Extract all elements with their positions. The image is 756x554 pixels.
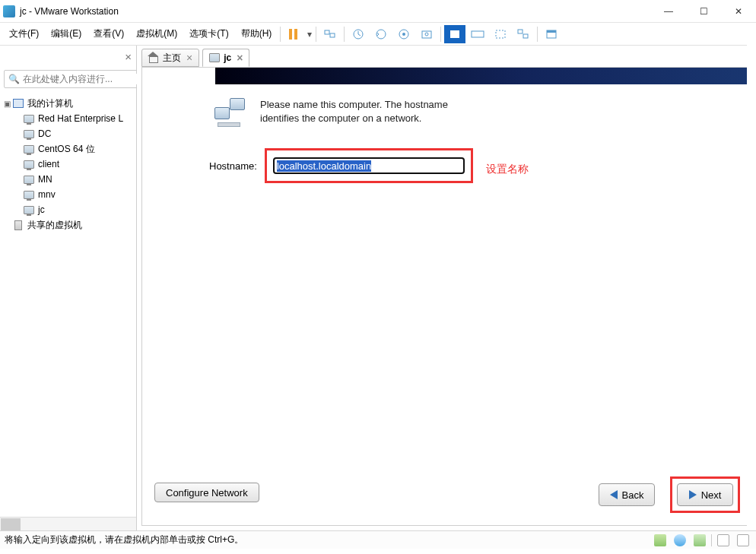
svg-point-7 (425, 33, 428, 36)
menu-help[interactable]: 帮助(H) (235, 24, 278, 43)
search-input[interactable] (23, 74, 137, 84)
sidebar-toggle-icon[interactable] (737, 534, 749, 546)
menu-vm[interactable]: 虚拟机(M) (130, 24, 183, 43)
svg-rect-10 (496, 30, 505, 38)
close-button[interactable]: ✕ (721, 0, 756, 23)
power-dropdown[interactable]: ▾ (306, 29, 313, 40)
hostname-row: Hostname: (209, 148, 473, 183)
svg-rect-6 (422, 31, 431, 38)
fit-window-button[interactable] (467, 25, 488, 43)
separator (344, 27, 345, 42)
pause-button[interactable] (284, 25, 305, 43)
search-icon: 🔍 (8, 74, 20, 84)
sidebar: × 🔍 ▼ ▣ 我的计算机 Red Hat Enterprise L DC Ce… (0, 46, 137, 530)
close-icon[interactable]: × (125, 50, 132, 63)
computer-icon (13, 99, 24, 108)
window-title: jc - VMware Workstation (20, 6, 651, 17)
vm-icon (24, 160, 34, 169)
separator (440, 27, 441, 42)
server-icon (14, 220, 22, 230)
snapshot-manager-button[interactable] (393, 25, 415, 43)
back-label: Back (622, 489, 644, 501)
fit-guest-button[interactable] (444, 25, 465, 43)
vm-icon (24, 206, 34, 214)
svg-point-5 (402, 33, 405, 36)
tab-label: jc (224, 52, 231, 63)
tree-item[interactable]: Red Hat Enterprise L (2, 111, 135, 126)
back-button[interactable]: Back (599, 483, 655, 506)
annotation-text: 设置名称 (486, 163, 529, 176)
svg-rect-11 (518, 30, 523, 33)
tree-root-mycomputer[interactable]: ▣ 我的计算机 (2, 96, 135, 111)
menu-edit[interactable]: 编辑(E) (45, 24, 87, 43)
tree-item[interactable]: DC (2, 126, 135, 141)
display-icon[interactable] (717, 534, 729, 546)
library-tree[interactable]: ▣ 我的计算机 Red Hat Enterprise L DC CentOS 6… (0, 91, 136, 517)
installer-banner (215, 68, 751, 84)
unity-button[interactable] (513, 25, 534, 43)
tree-item[interactable]: CentOS 64 位 (2, 141, 135, 157)
menu-tabs[interactable]: 选项卡(T) (183, 24, 234, 43)
tree-item[interactable]: mnv (2, 187, 135, 202)
tree-root-shared[interactable]: 共享的虚拟机 (2, 217, 135, 233)
vm-icon (24, 115, 34, 123)
vm-icon (24, 145, 34, 154)
tab-label: 主页 (163, 52, 181, 65)
fullscreen-button[interactable] (490, 25, 511, 43)
svg-rect-12 (523, 34, 528, 38)
separator (537, 27, 538, 42)
network-icon (214, 98, 248, 127)
search-box[interactable]: 🔍 ▼ (4, 70, 149, 88)
minimize-button[interactable]: — (651, 0, 686, 23)
status-message: 将输入定向到该虚拟机，请在虚拟机内部单击或按 Ctrl+G。 (5, 533, 652, 546)
network-status-icon[interactable] (694, 534, 706, 546)
statusbar: 将输入定向到该虚拟机，请在虚拟机内部单击或按 Ctrl+G。 (0, 530, 756, 549)
svg-point-3 (376, 30, 386, 39)
home-icon (148, 53, 159, 62)
tab-jc[interactable]: jc × (202, 49, 249, 67)
collapse-icon[interactable]: ▣ (2, 100, 12, 108)
hostname-label: Hostname: (209, 160, 257, 172)
content-area: 主页 × jc × Please name this computer. The… (137, 46, 756, 530)
svg-rect-1 (330, 33, 335, 37)
bleed-right (747, 23, 756, 530)
revert-button[interactable] (370, 25, 392, 43)
manage-button[interactable] (416, 25, 437, 43)
vm-icon (24, 191, 34, 199)
tab-bar: 主页 × jc × (137, 46, 756, 67)
app-icon (3, 5, 15, 17)
hostname-input[interactable] (273, 157, 465, 174)
close-icon[interactable]: × (186, 52, 192, 64)
svg-rect-14 (547, 30, 556, 33)
vm-icon (209, 53, 220, 62)
svg-rect-0 (325, 30, 329, 34)
separator (316, 27, 316, 42)
titlebar: jc - VMware Workstation — ☐ ✕ (0, 0, 756, 23)
tree-item[interactable]: client (2, 157, 135, 172)
tree-item-jc[interactable]: jc (2, 202, 135, 217)
tab-home[interactable]: 主页 × (141, 49, 199, 67)
arrow-right-icon (689, 490, 697, 499)
vm-icon (24, 130, 34, 138)
sidebar-header: × (0, 46, 136, 67)
next-button[interactable]: Next (677, 483, 733, 506)
next-label: Next (701, 489, 722, 501)
tree-item[interactable]: MN (2, 172, 135, 187)
vm-console[interactable]: Please name this computer. The hostname … (141, 67, 751, 526)
send-ctrl-alt-del-button[interactable] (319, 25, 341, 43)
disk-icon[interactable] (654, 534, 666, 546)
intro-block: Please name this computer. The hostname … (214, 98, 452, 127)
cd-icon[interactable] (674, 534, 686, 546)
nav-row: Back Next (599, 476, 740, 513)
menubar: 文件(F) 编辑(E) 查看(V) 虚拟机(M) 选项卡(T) 帮助(H) ▾ (0, 23, 756, 46)
horizontal-scrollbar[interactable] (0, 517, 136, 530)
configure-network-button[interactable]: Configure Network (154, 483, 259, 502)
menu-view[interactable]: 查看(V) (87, 24, 130, 43)
main-area: × 🔍 ▼ ▣ 我的计算机 Red Hat Enterprise L DC Ce… (0, 46, 756, 530)
menu-file[interactable]: 文件(F) (3, 24, 45, 43)
maximize-button[interactable]: ☐ (686, 0, 721, 23)
snapshot-button[interactable] (348, 25, 369, 43)
thumbnail-button[interactable] (541, 25, 562, 43)
close-icon[interactable]: × (237, 52, 243, 64)
vm-icon (24, 176, 34, 184)
